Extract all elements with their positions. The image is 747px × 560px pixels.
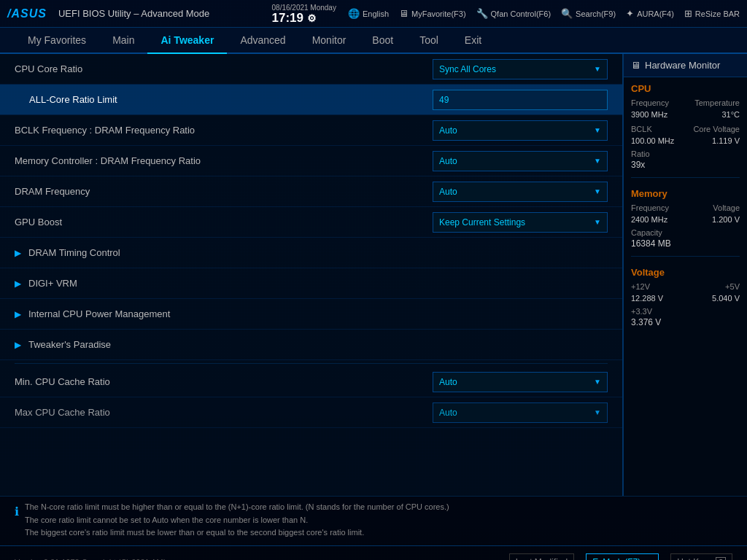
hw-monitor-title: 🖥 Hardware Monitor bbox=[624, 54, 747, 77]
myfavorite-button[interactable]: 🖥 MyFavorite(F3) bbox=[399, 8, 466, 19]
separator bbox=[15, 363, 608, 364]
digi-vrm-row[interactable]: ▶ DIGI+ VRM bbox=[0, 268, 622, 299]
cpu-ratio-value: 39x bbox=[624, 159, 747, 173]
mem-frequency-value: 2400 MHz bbox=[631, 215, 667, 224]
v5-label: +5V bbox=[725, 282, 740, 291]
arrow-icon: → bbox=[643, 557, 652, 561]
tab-my-favorites[interactable]: My Favorites bbox=[15, 28, 99, 54]
all-core-ratio-row: ALL-Core Ratio Limit bbox=[0, 85, 622, 115]
cpu-corevolt-label: Core Voltage bbox=[693, 125, 740, 133]
resize-icon: ⊞ bbox=[684, 8, 692, 19]
max-cpu-cache-control[interactable]: Auto ▼ bbox=[433, 402, 608, 423]
bottom-bar: Version 2.21.1278 Copyright (C) 2021 AMI… bbox=[0, 545, 747, 560]
memory-controller-dropdown[interactable]: Auto ▼ bbox=[433, 151, 608, 171]
dram-frequency-label: DRAM Frequency bbox=[15, 186, 433, 197]
cpu-frequency-value: 3900 MHz bbox=[631, 110, 667, 119]
tab-exit[interactable]: Exit bbox=[452, 28, 495, 54]
mem-frequency-label: Frequency bbox=[631, 203, 669, 212]
info-bar: ℹ The N-core ratio limit must be higher … bbox=[0, 496, 747, 545]
hw-monitor-panel: 🖥 Hardware Monitor CPU Frequency Tempera… bbox=[623, 54, 747, 496]
mem-voltage-value: 1.200 V bbox=[712, 215, 740, 224]
memory-controller-label: Memory Controller : DRAM Frequency Ratio bbox=[15, 155, 433, 166]
hw-divider-2 bbox=[631, 256, 740, 257]
dram-frequency-control[interactable]: Auto ▼ bbox=[433, 182, 608, 202]
info-text: The N-core ratio limit must be higher th… bbox=[25, 501, 732, 540]
bclk-frequency-control[interactable]: Auto ▼ bbox=[433, 120, 608, 141]
cpu-frequency-value-row: 3900 MHz 31°C bbox=[624, 109, 747, 120]
expand-arrow: ▶ bbox=[15, 309, 21, 319]
qfan-icon: 🔧 bbox=[476, 8, 488, 19]
qfan-button[interactable]: 🔧 Qfan Control(F6) bbox=[476, 8, 551, 19]
all-core-ratio-input[interactable] bbox=[433, 90, 608, 110]
cpu-core-ratio-dropdown[interactable]: Sync All Cores ▼ bbox=[433, 59, 608, 79]
dram-timing-row[interactable]: ▶ DRAM Timing Control bbox=[0, 238, 622, 268]
nav-bar: My Favorites Main Ai Tweaker Advanced Mo… bbox=[0, 28, 747, 54]
cpu-frequency-row: Frequency Temperature bbox=[624, 97, 747, 109]
datetime-block: 08/16/2021 Monday 17:19 ⚙ bbox=[272, 4, 336, 24]
time-display: 17:19 ⚙ bbox=[272, 12, 317, 24]
dropdown-arrow: ▼ bbox=[594, 187, 601, 195]
cpu-section-title: CPU bbox=[624, 77, 747, 97]
v5-value: 5.040 V bbox=[712, 294, 740, 303]
v12-label: +12V bbox=[631, 282, 650, 291]
tab-boot[interactable]: Boot bbox=[359, 28, 406, 54]
tweakers-paradise-label: Tweaker's Paradise bbox=[28, 339, 111, 350]
bclk-frequency-dropdown[interactable]: Auto ▼ bbox=[433, 120, 608, 141]
ez-mode-button[interactable]: EzMode(F7) → bbox=[586, 553, 659, 561]
resize-bar-button[interactable]: ⊞ ReSize BAR bbox=[684, 8, 740, 19]
v33-label: +3.3V bbox=[624, 304, 747, 316]
question-icon: ? bbox=[716, 557, 726, 561]
dram-frequency-row: DRAM Frequency Auto ▼ bbox=[0, 176, 622, 207]
max-cpu-cache-dropdown[interactable]: Auto ▼ bbox=[433, 402, 608, 423]
language-selector[interactable]: 🌐 English bbox=[348, 8, 389, 19]
search-button[interactable]: 🔍 Search(F9) bbox=[561, 8, 616, 19]
dropdown-arrow: ▼ bbox=[594, 218, 601, 226]
max-cpu-cache-row: Max CPU Cache Ratio Auto ▼ bbox=[0, 397, 622, 428]
internal-cpu-label: Internal CPU Power Management bbox=[28, 308, 170, 319]
internal-cpu-row[interactable]: ▶ Internal CPU Power Management bbox=[0, 299, 622, 330]
gpu-boost-control[interactable]: Keep Current Settings ▼ bbox=[433, 212, 608, 233]
dropdown-arrow: ▼ bbox=[594, 378, 601, 386]
bottom-actions: Last Modified EzMode(F7) → Hot Keys ? bbox=[509, 553, 732, 561]
gpu-boost-dropdown[interactable]: Keep Current Settings ▼ bbox=[433, 212, 608, 233]
tab-monitor[interactable]: Monitor bbox=[299, 28, 360, 54]
cpu-core-ratio-control[interactable]: Sync All Cores ▼ bbox=[433, 59, 608, 79]
aura-button[interactable]: ✦ AURA(F4) bbox=[626, 8, 674, 19]
digi-vrm-label: DIGI+ VRM bbox=[28, 278, 77, 289]
min-cpu-cache-control[interactable]: Auto ▼ bbox=[433, 372, 608, 392]
monitor-icon: 🖥 bbox=[631, 60, 640, 71]
top-icons: 🌐 English 🖥 MyFavorite(F3) 🔧 Qfan Contro… bbox=[348, 8, 740, 19]
tab-ai-tweaker[interactable]: Ai Tweaker bbox=[147, 28, 227, 54]
cpu-ratio-label: Ratio bbox=[624, 147, 747, 159]
min-cpu-cache-dropdown[interactable]: Auto ▼ bbox=[433, 372, 608, 392]
tab-main[interactable]: Main bbox=[99, 28, 147, 54]
gear-icon[interactable]: ⚙ bbox=[307, 12, 317, 24]
expand-arrow: ▶ bbox=[15, 279, 21, 289]
hot-keys-button[interactable]: Hot Keys ? bbox=[670, 553, 732, 561]
tab-advanced[interactable]: Advanced bbox=[227, 28, 298, 54]
memory-controller-control[interactable]: Auto ▼ bbox=[433, 151, 608, 171]
cpu-temperature-label: Temperature bbox=[694, 98, 740, 107]
expand-arrow: ▶ bbox=[15, 248, 21, 258]
memory-controller-row: Memory Controller : DRAM Frequency Ratio… bbox=[0, 146, 622, 176]
voltage-section-title: Voltage bbox=[624, 261, 747, 281]
gpu-boost-row: GPU Boost Keep Current Settings ▼ bbox=[0, 207, 622, 238]
hw-divider-1 bbox=[631, 177, 740, 178]
dram-frequency-dropdown[interactable]: Auto ▼ bbox=[433, 182, 608, 202]
mem-capacity-value: 16384 MB bbox=[624, 238, 747, 252]
tab-tool[interactable]: Tool bbox=[406, 28, 452, 54]
asus-logo: /ASUS bbox=[7, 7, 47, 20]
all-core-ratio-control[interactable] bbox=[433, 90, 608, 110]
expand-arrow: ▶ bbox=[15, 340, 21, 350]
last-modified-button[interactable]: Last Modified bbox=[509, 553, 574, 561]
min-cpu-cache-row: Min. CPU Cache Ratio Auto ▼ bbox=[0, 367, 622, 397]
info-line-1: The N-core ratio limit must be higher th… bbox=[25, 501, 732, 514]
bios-title: UEFI BIOS Utility – Advanced Mode bbox=[58, 8, 266, 19]
volt-12-value-row: 12.288 V 5.040 V bbox=[624, 292, 747, 304]
main-layout: CPU Core Ratio Sync All Cores ▼ ALL-Core… bbox=[0, 54, 747, 496]
aura-icon: ✦ bbox=[626, 8, 634, 19]
cpu-bclk-label: BCLK bbox=[631, 125, 652, 133]
tweakers-paradise-row[interactable]: ▶ Tweaker's Paradise bbox=[0, 330, 622, 360]
v12-value: 12.288 V bbox=[631, 294, 663, 303]
all-core-ratio-label: ALL-Core Ratio Limit bbox=[15, 94, 433, 105]
